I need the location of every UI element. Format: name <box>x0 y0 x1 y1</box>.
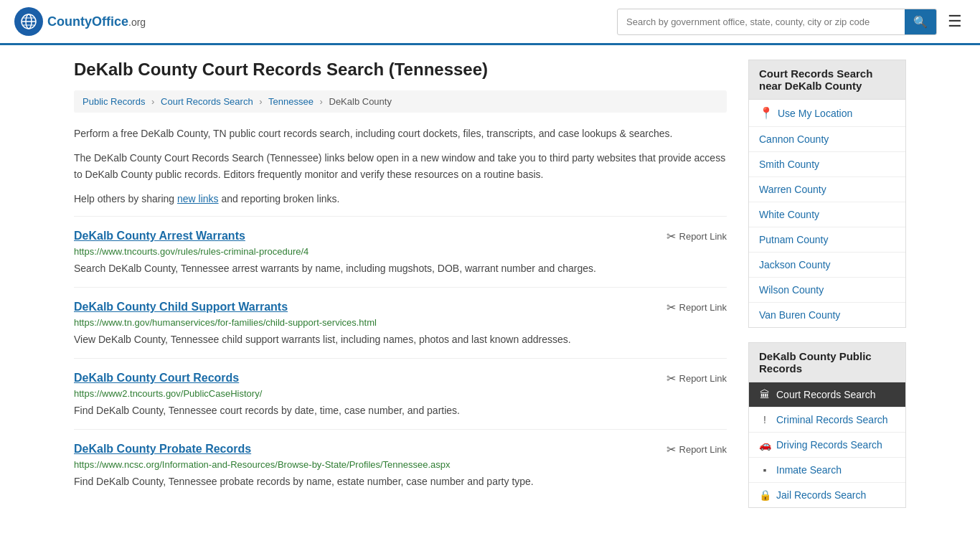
nearby-county-item: Cannon County <box>749 127 905 152</box>
nearby-section-header: Court Records Search near DeKalb County <box>749 60 905 100</box>
breadcrumb-tennessee[interactable]: Tennessee <box>268 96 314 107</box>
record-url: https://www.tncourts.gov/rules/rules-cri… <box>74 246 727 257</box>
nearby-county-link[interactable]: Cannon County <box>759 133 829 145</box>
public-records-list: 🏛 Court Records Search ! Criminal Record… <box>749 382 905 507</box>
nearby-county-link[interactable]: Van Buren County <box>759 309 840 321</box>
nearby-county-item: Van Buren County <box>749 303 905 327</box>
search-button[interactable]: 🔍 <box>905 9 936 34</box>
scissors-icon: ✂ <box>666 301 676 314</box>
record-entry: DeKalb County Probate Records ✂ Report L… <box>74 429 727 500</box>
record-type-icon: 🔒 <box>759 489 771 501</box>
public-record-item[interactable]: 🚗 Driving Records Search <box>749 433 905 458</box>
content-area: DeKalb County Court Records Search (Tenn… <box>74 60 727 522</box>
record-url: https://www.tn.gov/humanservices/for-fam… <box>74 317 727 328</box>
menu-button[interactable]: ☰ <box>944 9 966 34</box>
pin-icon: 📍 <box>759 106 773 120</box>
nearby-county-link[interactable]: Putnam County <box>759 234 829 245</box>
use-location-item[interactable]: 📍 Use My Location <box>749 100 905 127</box>
report-link-button[interactable]: ✂ Report Link <box>666 230 727 243</box>
nearby-county-link[interactable]: White County <box>759 209 819 220</box>
record-description: View DeKalb County, Tennessee child supp… <box>74 332 727 347</box>
record-url: https://www2.tncourts.gov/PublicCaseHist… <box>74 388 727 399</box>
nearby-county-item: Smith County <box>749 152 905 177</box>
record-entry-header: DeKalb County Child Support Warrants ✂ R… <box>74 301 727 314</box>
record-description: Search DeKalb County, Tennessee arrest w… <box>74 261 727 276</box>
nearby-county-link[interactable]: Jackson County <box>759 259 831 270</box>
nearby-county-item: Jackson County <box>749 253 905 278</box>
report-link-label: Report Link <box>679 302 727 313</box>
search-input[interactable] <box>618 11 905 33</box>
public-record-link[interactable]: Court Records Search <box>776 389 876 400</box>
report-link-label: Report Link <box>679 373 727 384</box>
logo-icon <box>14 7 43 36</box>
main-wrapper: DeKalb County Court Records Search (Tenn… <box>60 45 920 537</box>
logo-area: CountyOffice.org <box>14 7 146 36</box>
report-link-button[interactable]: ✂ Report Link <box>666 372 727 385</box>
public-record-link[interactable]: Driving Records Search <box>776 439 882 451</box>
record-entry: DeKalb County Arrest Warrants ✂ Report L… <box>74 216 727 287</box>
nearby-section: Court Records Search near DeKalb County … <box>748 60 906 328</box>
scissors-icon: ✂ <box>666 230 676 243</box>
breadcrumb-dekalb: DeKalb County <box>329 96 392 107</box>
nearby-county-link[interactable]: Wilson County <box>759 284 824 296</box>
record-entry-header: DeKalb County Arrest Warrants ✂ Report L… <box>74 230 727 243</box>
nearby-county-item: White County <box>749 202 905 227</box>
nearby-county-item: Warren County <box>749 177 905 202</box>
use-location-label: Use My Location <box>778 108 852 119</box>
record-type-icon: ▪ <box>759 464 771 476</box>
public-record-item[interactable]: 🏛 Court Records Search <box>749 382 905 408</box>
nearby-county-link[interactable]: Warren County <box>759 184 826 195</box>
public-record-link[interactable]: Inmate Search <box>776 464 842 476</box>
report-link-button[interactable]: ✂ Report Link <box>666 443 727 456</box>
page-title: DeKalb County Court Records Search (Tenn… <box>74 60 727 80</box>
public-records-section: DeKalb County Public Records 🏛 Court Rec… <box>748 342 906 508</box>
record-type-icon: 🏛 <box>759 389 771 400</box>
breadcrumb: Public Records › Court Records Search › … <box>74 90 727 113</box>
public-record-link[interactable]: Jail Records Search <box>776 489 866 501</box>
scissors-icon: ✂ <box>666 372 676 385</box>
search-bar: 🔍 <box>617 9 937 35</box>
record-title[interactable]: DeKalb County Probate Records <box>74 443 251 456</box>
description-3: Help others by sharing new links and rep… <box>74 191 727 207</box>
record-url: https://www.ncsc.org/Information-and-Res… <box>74 459 727 470</box>
record-entry-header: DeKalb County Court Records ✂ Report Lin… <box>74 372 727 385</box>
nearby-county-link[interactable]: Smith County <box>759 159 819 170</box>
record-title[interactable]: DeKalb County Court Records <box>74 372 239 385</box>
record-type-icon: 🚗 <box>759 439 771 451</box>
nearby-county-item: Putnam County <box>749 227 905 253</box>
public-record-item[interactable]: 🔒 Jail Records Search <box>749 483 905 507</box>
description-1: Perform a free DeKalb County, TN public … <box>74 126 727 141</box>
header-right: 🔍 ☰ <box>617 9 966 35</box>
record-title[interactable]: DeKalb County Arrest Warrants <box>74 230 245 242</box>
record-description: Find DeKalb County, Tennessee probate re… <box>74 474 727 489</box>
breadcrumb-public-records[interactable]: Public Records <box>83 96 145 107</box>
record-entry: DeKalb County Child Support Warrants ✂ R… <box>74 287 727 358</box>
records-container: DeKalb County Arrest Warrants ✂ Report L… <box>74 216 727 500</box>
new-links-link[interactable]: new links <box>177 193 219 204</box>
public-record-link[interactable]: Criminal Records Search <box>776 414 888 425</box>
public-record-item[interactable]: ! Criminal Records Search <box>749 408 905 433</box>
public-record-item[interactable]: ▪ Inmate Search <box>749 458 905 483</box>
record-description: Find DeKalb County, Tennessee court reco… <box>74 403 727 418</box>
nearby-county-item: Wilson County <box>749 278 905 303</box>
nearby-counties-list: Cannon CountySmith CountyWarren CountyWh… <box>749 127 905 327</box>
report-link-label: Report Link <box>679 444 727 455</box>
breadcrumb-court-records-search[interactable]: Court Records Search <box>161 96 253 107</box>
record-entry-header: DeKalb County Probate Records ✂ Report L… <box>74 443 727 456</box>
scissors-icon: ✂ <box>666 443 676 456</box>
record-type-icon: ! <box>759 414 771 425</box>
description-2: The DeKalb County Court Records Search (… <box>74 150 727 182</box>
report-link-label: Report Link <box>679 231 727 242</box>
record-entry: DeKalb County Court Records ✂ Report Lin… <box>74 358 727 429</box>
report-link-button[interactable]: ✂ Report Link <box>666 301 727 314</box>
sidebar: Court Records Search near DeKalb County … <box>748 60 906 522</box>
logo-text: CountyOffice.org <box>47 14 146 29</box>
site-header: CountyOffice.org 🔍 ☰ <box>0 0 980 45</box>
record-title[interactable]: DeKalb County Child Support Warrants <box>74 301 288 314</box>
public-records-header: DeKalb County Public Records <box>749 343 905 382</box>
